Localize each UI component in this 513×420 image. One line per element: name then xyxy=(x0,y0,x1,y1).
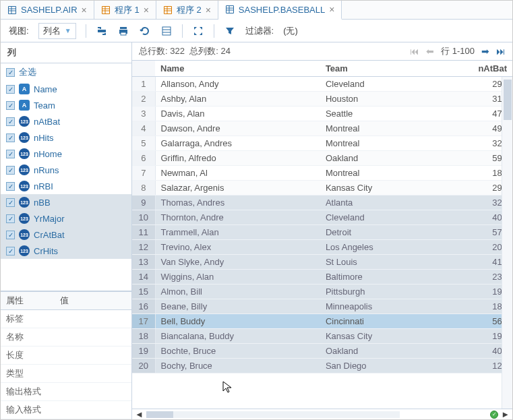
table-row[interactable]: 1Allanson, AndyCleveland293 xyxy=(132,77,512,92)
num-type-icon: 123 xyxy=(19,245,30,256)
column-item[interactable]: ✓123nHits xyxy=(1,129,131,146)
table-row[interactable]: 11Trammell, AlanDetroit574 xyxy=(132,225,512,240)
svg-rect-24 xyxy=(162,27,171,35)
num-type-icon: 123 xyxy=(19,229,30,240)
column-header[interactable]: nAtBat xyxy=(435,61,512,77)
checkbox-icon[interactable]: ✓ xyxy=(6,85,15,94)
prev-page-icon[interactable]: ⬅ xyxy=(426,46,434,57)
table-row[interactable]: 4Dawson, AndreMontreal496 xyxy=(132,121,512,136)
column-header[interactable]: Team xyxy=(320,61,435,77)
table-row[interactable]: 3Davis, AlanSeattle479 xyxy=(132,107,512,121)
num-type-icon: 123 xyxy=(19,132,30,143)
table-row[interactable]: 10Thornton, AndreCleveland401 xyxy=(132,210,512,225)
checkbox-icon[interactable]: ✓ xyxy=(6,68,15,77)
columns-header: 列 xyxy=(1,42,131,63)
filter-label: 过滤器: xyxy=(245,25,274,37)
tab[interactable]: SASHELP.AIR× xyxy=(1,1,94,19)
last-page-icon[interactable]: ⏭ xyxy=(496,46,506,57)
filter-icon[interactable] xyxy=(224,25,236,37)
svg-rect-21 xyxy=(120,27,127,29)
print-icon[interactable] xyxy=(117,25,129,37)
checkbox-icon[interactable]: ✓ xyxy=(6,247,15,256)
horizontal-scrollbar[interactable]: ◄ ✓ ► xyxy=(132,409,512,419)
table-row[interactable]: 18Biancalana, BuddyKansas City190 xyxy=(132,329,512,344)
table-row[interactable]: 19Bochte, BruceOakland407 xyxy=(132,344,512,359)
table-row[interactable]: 15Almon, BillPittsburgh196 xyxy=(132,284,512,299)
columns-sidebar: 列 ✓全选✓AName✓ATeam✓123nAtBat✓123nHits✓123… xyxy=(1,42,132,419)
table-icon xyxy=(225,5,235,14)
table-row[interactable]: 20Bochy, BruceSan Diego127 xyxy=(132,359,512,373)
svg-rect-1 xyxy=(9,7,16,13)
table-row[interactable]: 8Salazar, ArgenisKansas City298 xyxy=(132,181,512,196)
column-item[interactable]: ✓123nRBI xyxy=(1,178,131,194)
column-item[interactable]: ✓123nAtBat xyxy=(1,113,131,129)
column-item[interactable]: ✓ATeam xyxy=(1,97,131,113)
table-row[interactable]: 17Bell, BuddyCincinnati568 xyxy=(132,314,512,329)
checkbox-icon[interactable]: ✓ xyxy=(6,133,15,142)
column-header[interactable]: Name xyxy=(155,61,320,77)
view-dropdown[interactable]: 列名 ▼ xyxy=(38,23,76,39)
checkbox-icon[interactable]: ✓ xyxy=(6,198,15,207)
column-item[interactable]: ✓123YrMajor xyxy=(1,210,131,227)
table-row[interactable]: 13Van Slyke, AndySt Louis418 xyxy=(132,255,512,270)
toolbar: 视图: 列名 ▼ 过滤器: (无) xyxy=(1,20,512,42)
table-row[interactable]: 16Beane, BillyMinneapolis183 xyxy=(132,299,512,314)
checkbox-icon[interactable]: ✓ xyxy=(6,150,15,158)
checkbox-icon[interactable]: ✓ xyxy=(6,166,15,175)
reload-icon[interactable] xyxy=(139,25,151,37)
column-item[interactable]: ✓123nBB xyxy=(1,194,131,210)
svg-rect-23 xyxy=(121,32,126,35)
svg-rect-16 xyxy=(227,6,233,13)
svg-rect-20 xyxy=(98,30,106,32)
data-panel: 总行数: 322 总列数: 24 ⏮ ⬅ 行 1-100 ➡ ⏭ NameTea… xyxy=(132,42,512,419)
table-row[interactable]: 2Ashby, AlanHouston315 xyxy=(132,92,512,107)
property-row: 类型 xyxy=(1,365,131,383)
checkbox-icon[interactable]: ✓ xyxy=(6,214,15,223)
list-icon[interactable] xyxy=(160,25,173,37)
table-row[interactable]: 14Wiggins, AlanBaltimore239 xyxy=(132,270,512,284)
close-icon[interactable]: × xyxy=(144,5,149,16)
checkbox-icon[interactable]: ✓ xyxy=(6,182,15,191)
view-label: 视图: xyxy=(9,25,29,37)
property-row: 名称 xyxy=(1,328,131,347)
column-list[interactable]: ✓全选✓AName✓ATeam✓123nAtBat✓123nHits✓123nH… xyxy=(1,63,131,291)
table-icon xyxy=(7,5,17,15)
column-item[interactable]: ✓123CrHits xyxy=(1,243,131,259)
close-icon[interactable]: × xyxy=(82,5,87,16)
property-row: 输出格式 xyxy=(1,383,131,401)
next-page-icon[interactable]: ➡ xyxy=(481,46,489,57)
expand-icon[interactable] xyxy=(192,25,204,37)
column-item[interactable]: ✓123nHome xyxy=(1,146,131,162)
table-row[interactable]: 6Griffin, AlfredoOakland594 xyxy=(132,151,512,166)
checkbox-icon[interactable]: ✓ xyxy=(6,117,15,126)
table-row[interactable]: 5Galarraga, AndresMontreal321 xyxy=(132,136,512,151)
checkbox-icon[interactable]: ✓ xyxy=(6,231,15,239)
column-item[interactable]: ✓123nRuns xyxy=(1,162,131,178)
tab[interactable]: 程序 1× xyxy=(94,1,156,19)
header-row: NameTeamnAtBat xyxy=(132,61,512,77)
select-all-row[interactable]: ✓全选 xyxy=(1,63,131,81)
property-row: 长度 xyxy=(1,347,131,365)
column-item[interactable]: ✓AName xyxy=(1,81,131,97)
checkbox-icon[interactable]: ✓ xyxy=(6,101,15,110)
program-icon xyxy=(101,5,111,15)
row-col-stats: 总行数: 322 总列数: 24 xyxy=(139,45,231,57)
filter-value: (无) xyxy=(283,25,298,37)
vertical-scrollbar[interactable] xyxy=(502,77,512,409)
table-row[interactable]: 7Newman, AlMontreal185 xyxy=(132,166,512,181)
tab[interactable]: 程序 2× xyxy=(156,1,218,19)
first-page-icon[interactable]: ⏮ xyxy=(410,46,419,57)
status-ok-icon: ✓ xyxy=(490,411,498,419)
refresh-icon[interactable] xyxy=(96,25,108,37)
num-type-icon: 123 xyxy=(19,164,30,175)
table-row[interactable]: 9Thomas, AndresAtlanta323 xyxy=(132,196,512,210)
close-icon[interactable]: × xyxy=(329,4,334,15)
svg-rect-11 xyxy=(164,7,171,13)
data-grid[interactable]: NameTeamnAtBat 1Allanson, AndyCleveland2… xyxy=(132,61,512,409)
close-icon[interactable]: × xyxy=(206,5,211,16)
column-item[interactable]: ✓123CrAtBat xyxy=(1,227,131,243)
tab[interactable]: SASHELP.BASEBALL× xyxy=(218,1,342,20)
table-row[interactable]: 12Trevino, AlexLos Angeles202 xyxy=(132,240,512,255)
pager-text: 行 1-100 xyxy=(441,45,475,57)
num-type-icon: 123 xyxy=(19,213,30,224)
